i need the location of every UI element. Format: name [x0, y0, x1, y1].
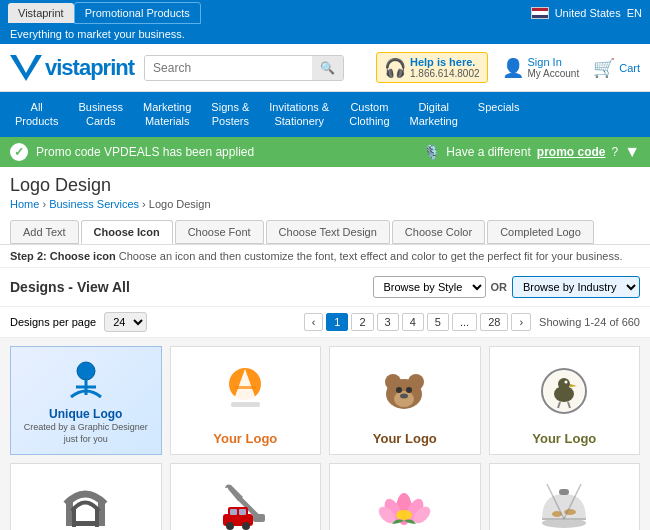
logo-grid: Unique Logo Created by a Graphic Designe… [0, 338, 650, 530]
pagination: ‹ 1 2 3 4 5 ... 28 › [304, 313, 531, 331]
nav-specials[interactable]: Specials [468, 92, 530, 137]
logo-card-cone[interactable]: Your Logo [170, 346, 322, 455]
sign-in-action[interactable]: 👤 Sign In My Account [502, 56, 580, 79]
page-3-btn[interactable]: 3 [377, 313, 399, 331]
tab-choose-color[interactable]: Choose Color [392, 220, 485, 244]
logo-card-sushi[interactable]: Your Logo [489, 463, 641, 530]
tagline-text: Everything to market your business. [10, 28, 185, 40]
search-box[interactable]: 🔍 [144, 55, 344, 81]
logo-card-lotus[interactable]: Your Logo [329, 463, 481, 530]
step-description: Choose an icon and then customize the fo… [119, 250, 623, 262]
header: vistaprint 🔍 🎧 Help is here. 1.866.614.8… [0, 44, 650, 92]
page-1-btn[interactable]: 1 [326, 313, 348, 331]
logo-card-unique[interactable]: Unique Logo Created by a Graphic Designe… [10, 346, 162, 455]
nav-clothing[interactable]: CustomClothing [339, 92, 399, 137]
bear-card-icon [335, 357, 475, 427]
browse-style-select[interactable]: Browse by Style [373, 276, 486, 298]
svg-rect-36 [239, 509, 246, 515]
nav-marketing-materials[interactable]: MarketingMaterials [133, 92, 201, 137]
promo-question: Have a different [446, 145, 531, 159]
designs-title: Designs - View All [10, 279, 130, 295]
tab-vistaprint[interactable]: Vistaprint [8, 3, 74, 23]
svg-rect-35 [230, 509, 237, 515]
person-design-icon [61, 357, 111, 407]
breadcrumb-business-services[interactable]: Business Services [49, 198, 139, 210]
svg-point-34 [242, 522, 250, 530]
region-label: United States [555, 7, 621, 19]
help-phone: 1.866.614.8002 [410, 68, 480, 79]
page-2-btn[interactable]: 2 [351, 313, 373, 331]
per-page-row: Designs per page 24 ‹ 1 2 3 4 5 ... 28 ›… [0, 307, 650, 338]
svg-point-15 [400, 394, 408, 399]
lang-label: EN [627, 7, 642, 19]
showing-text: Showing 1-24 of 660 [539, 316, 640, 328]
sushi-card-icon [495, 474, 635, 530]
main-nav: AllProducts BusinessCards MarketingMater… [0, 92, 650, 137]
page-next-btn[interactable]: › [511, 313, 531, 331]
logo-card-gate[interactable]: Your Logo [10, 463, 162, 530]
account-label: My Account [528, 68, 580, 79]
tab-promotional[interactable]: Promotional Products [74, 2, 201, 24]
logo-card-bear[interactable]: Your Logo [329, 346, 481, 455]
search-input[interactable] [145, 56, 312, 80]
help-label: Help is here. [410, 56, 480, 68]
sign-in-label: Sign In [528, 56, 580, 68]
page-prev-btn[interactable]: ‹ [304, 313, 324, 331]
nav-signs-posters[interactable]: Signs &Posters [201, 92, 259, 137]
wrench-car-icon [218, 479, 273, 530]
promo-bar: ✓ Promo code VPDEALS has been applied 🎙️… [0, 137, 650, 167]
header-actions: 🎧 Help is here. 1.866.614.8002 👤 Sign In… [376, 52, 640, 83]
promo-code-link[interactable]: promo code [537, 145, 606, 159]
tab-choose-text-design[interactable]: Choose Text Design [266, 220, 390, 244]
lotus-card-icon [335, 474, 475, 530]
sushi-icon [537, 479, 592, 530]
duck-card-text: Your Logo [532, 431, 596, 446]
page-title: Logo Design [10, 175, 640, 196]
search-button[interactable]: 🔍 [312, 56, 343, 80]
per-page-select[interactable]: 24 [104, 312, 147, 332]
tab-completed-logo[interactable]: Completed Logo [487, 220, 594, 244]
page-28-btn[interactable]: 28 [480, 313, 508, 331]
promo-message: Promo code VPDEALS has been applied [36, 145, 254, 159]
browse-industry-select[interactable]: Browse by Industry [512, 276, 640, 298]
breadcrumb-current: Logo Design [149, 198, 211, 210]
nav-invitations[interactable]: Invitations &Stationery [259, 92, 339, 137]
step-info: Step 2: Choose icon Choose an icon and t… [0, 245, 650, 268]
duck-card-icon [495, 357, 635, 427]
logo-card-duck[interactable]: Your Logo [489, 346, 641, 455]
unique-card-icon [16, 357, 156, 407]
person-icon: 👤 [502, 57, 524, 79]
tagline-bar: Everything to market your business. [0, 26, 650, 44]
nav-business-cards[interactable]: BusinessCards [68, 92, 133, 137]
sign-in-text: Sign In My Account [528, 56, 580, 79]
help-action[interactable]: 🎧 Help is here. 1.866.614.8002 [376, 52, 488, 83]
tab-choose-icon[interactable]: Choose Icon [81, 220, 173, 244]
tab-add-text[interactable]: Add Text [10, 220, 79, 244]
designs-header: Designs - View All Browse by Style OR Br… [0, 268, 650, 307]
page-ellipsis-btn: ... [452, 313, 477, 331]
cone-icon [218, 364, 273, 419]
svg-rect-45 [559, 489, 569, 495]
cone-card-text: Your Logo [213, 431, 277, 446]
svg-point-42 [396, 510, 412, 520]
tab-choose-font[interactable]: Choose Font [175, 220, 264, 244]
help-text: Help is here. 1.866.614.8002 [410, 56, 480, 79]
cart-action[interactable]: 🛒 Cart [593, 57, 640, 79]
nav-all-products[interactable]: AllProducts [5, 92, 68, 137]
logo[interactable]: vistaprint [10, 55, 134, 81]
flag-icon [531, 7, 549, 19]
page-4-btn[interactable]: 4 [402, 313, 424, 331]
unique-title: Unique Logo [49, 407, 122, 421]
nav-digital-marketing[interactable]: DigitalMarketing [400, 92, 468, 137]
top-bar-right: United States EN [531, 7, 642, 19]
steps-tabs: Add Text Choose Icon Choose Font Choose … [0, 214, 650, 245]
svg-point-13 [396, 387, 402, 393]
svg-point-14 [406, 387, 412, 393]
promo-check-icon: ✓ [10, 143, 28, 161]
breadcrumb-home[interactable]: Home [10, 198, 39, 210]
page-5-btn[interactable]: 5 [427, 313, 449, 331]
svg-rect-8 [235, 386, 256, 389]
top-bar: Vistaprint Promotional Products United S… [0, 0, 650, 26]
promo-collapse-icon[interactable]: ▼ [624, 143, 640, 161]
logo-card-wrench-car[interactable]: Your Logo [170, 463, 322, 530]
